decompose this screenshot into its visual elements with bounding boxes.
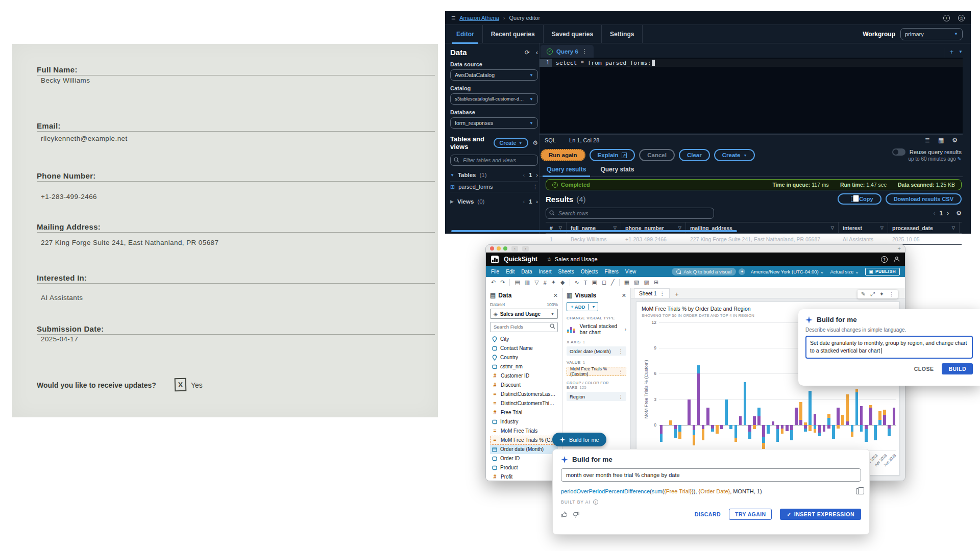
tab-editor[interactable]: Editor	[448, 25, 483, 43]
image-icon[interactable]: ▣	[592, 279, 597, 286]
field-item-free-trial[interactable]: #Free Trial	[490, 408, 558, 417]
clear-button[interactable]: Clear	[679, 149, 710, 161]
help-icon[interactable]: ?	[881, 256, 888, 263]
tab-settings[interactable]: Settings	[602, 25, 643, 43]
query-tab[interactable]: ✓ Query 6 ⋮	[541, 45, 594, 58]
views-group-row[interactable]: ▶ Views (0) ‹1›	[450, 195, 538, 208]
user-icon[interactable]	[894, 256, 900, 262]
table-item-parsed-forms[interactable]: ⊞ parsed_forms ⋮	[450, 181, 538, 192]
discard-button[interactable]: DISCARD	[695, 511, 721, 517]
insight-icon[interactable]: ✦	[551, 279, 556, 286]
cancel-button[interactable]: Cancel	[639, 149, 675, 161]
close-button[interactable]: CLOSE	[914, 366, 934, 372]
tab-recent-queries[interactable]: Recent queries	[483, 25, 544, 43]
close-window-icon[interactable]	[490, 246, 494, 251]
catalog-select[interactable]: s3tablescatalog/all-customer-data-v11 ▼	[450, 93, 538, 105]
table-row[interactable]: 1Becky Williams+1-283-499-2466227 King F…	[546, 234, 962, 245]
forward-icon[interactable]: ›	[522, 246, 529, 252]
page-prev-icon[interactable]: ‹	[523, 198, 525, 205]
filter-icon[interactable]: ▽	[675, 226, 681, 230]
new-tab-icon[interactable]: +	[898, 245, 901, 252]
kebab-menu-icon[interactable]: ⋮	[618, 369, 623, 374]
ask-q-button[interactable]: Ask Q to build a visual	[672, 268, 736, 276]
fullscreen-icon[interactable]: ⊞	[654, 279, 658, 286]
line-icon[interactable]: ∿	[575, 279, 579, 286]
expression-prompt-input[interactable]	[561, 468, 861, 482]
kebab-menu-icon[interactable]: ⋮	[619, 394, 624, 399]
page-prev-icon[interactable]: ‹	[934, 210, 936, 217]
explain-button[interactable]: Explain↗	[590, 149, 635, 161]
q-assistant-icon[interactable]: ✦	[739, 268, 745, 275]
notifications-icon[interactable]: ◷	[958, 15, 965, 21]
field-item-product[interactable]: Product	[490, 463, 558, 472]
database-select[interactable]: form_responses ▼	[450, 117, 538, 129]
column-header-interest[interactable]: interest▽	[839, 222, 888, 233]
layout-rows-icon[interactable]: ▧	[634, 279, 639, 286]
field-item-city[interactable]: City	[490, 335, 558, 344]
publish-button[interactable]: ▣PUBLISH	[865, 268, 900, 276]
field-item-profit[interactable]: #Profit	[490, 472, 558, 482]
redo-icon[interactable]: ↷	[500, 279, 505, 286]
window-title-bar[interactable]: ‹ › +	[486, 245, 905, 253]
timezone-select[interactable]: America/New York (UTC-04:00) ⌄	[751, 269, 824, 274]
field-item-discount[interactable]: #Discount	[490, 381, 558, 390]
try-again-button[interactable]: TRY AGAIN	[729, 509, 772, 520]
tab-query-stats[interactable]: Query stats	[593, 164, 641, 177]
tab-sheet-1[interactable]: Sheet 1 ⋮	[634, 288, 670, 298]
filter-icon[interactable]: ▽	[828, 226, 834, 230]
kebab-menu-icon[interactable]: ⋮	[659, 291, 665, 296]
new-query-icon[interactable]: +	[949, 48, 953, 56]
minimize-window-icon[interactable]	[497, 246, 501, 251]
menu-filters[interactable]: Filters	[605, 269, 619, 274]
maximize-window-icon[interactable]	[503, 246, 507, 251]
tables-group-row[interactable]: ▼ Tables (1) ‹1›	[450, 169, 538, 181]
reuse-results-toggle[interactable]	[892, 148, 905, 156]
build-button[interactable]: BUILD	[942, 363, 973, 374]
dataset-select[interactable]: ◈ Sales and Usage ▼	[490, 309, 558, 319]
field-item-country[interactable]: Country	[490, 353, 558, 362]
filter-icon[interactable]: ▽	[556, 226, 562, 230]
divider-icon[interactable]: ╱	[611, 279, 615, 286]
field-item-distinctcustomersthisyear[interactable]: =DistinctCustomersThisYear	[490, 399, 558, 408]
theme-icon[interactable]: ◆	[560, 279, 565, 286]
collapse-panel-icon[interactable]: ‹	[536, 49, 538, 56]
field-item-distinctcustomerslastyear[interactable]: =DistinctCustomersLastYear	[490, 390, 558, 399]
close-icon[interactable]: ✕	[553, 292, 558, 299]
menu-view[interactable]: View	[625, 269, 636, 274]
sql-editor[interactable]: 1 select * from parsed_forms;	[540, 58, 963, 133]
page-next-icon[interactable]: ›	[536, 172, 538, 178]
undo-icon[interactable]: ↶	[491, 279, 496, 286]
menu-edit[interactable]: Edit	[506, 269, 514, 274]
workgroup-select[interactable]: primary ▼	[900, 28, 963, 40]
menu-sheets[interactable]: Sheets	[558, 269, 574, 274]
table-settings-icon[interactable]: ⚙	[956, 210, 962, 217]
field-item-mom-free-trials[interactable]: =MoM Free Trials	[490, 427, 558, 436]
menu-data[interactable]: Data	[521, 269, 532, 274]
kebab-menu-icon[interactable]: ⋮	[619, 348, 624, 354]
visual-type-row[interactable]: Vertical stacked bar chart ›	[567, 323, 626, 335]
tab-query-results[interactable]: Query results	[540, 164, 593, 177]
text-icon[interactable]: T	[584, 280, 587, 286]
visual-icon[interactable]: ▥	[525, 279, 530, 286]
field-item-cstmr-nm[interactable]: cstmr_nm	[490, 362, 558, 371]
edit-icon[interactable]: ✎	[958, 156, 962, 162]
filter-tables-input[interactable]	[450, 155, 538, 166]
layout-columns-icon[interactable]: ▦	[624, 279, 629, 286]
filter-icon[interactable]: ▽	[877, 226, 884, 230]
settings-icon[interactable]: ⚙	[952, 137, 958, 144]
insights-icon[interactable]: ✦	[879, 291, 884, 297]
layout-grid-icon[interactable]: ▨	[644, 279, 649, 286]
gear-icon[interactable]: ⚙	[532, 139, 538, 146]
thumbs-up-icon[interactable]	[561, 511, 568, 518]
field-item-contact-name[interactable]: Contact Name	[490, 344, 558, 353]
page-next-icon[interactable]: ›	[947, 210, 949, 217]
field-item-customer-id[interactable]: #Customer ID	[490, 371, 558, 381]
field-item-mom-free-trials-custom-[interactable]: =MoM Free Trials % (Custom)	[490, 436, 558, 445]
x-axis-field-pill[interactable]: Order date (Month)⋮	[567, 346, 626, 356]
expand-icon[interactable]: ⤢	[870, 291, 875, 297]
copy-icon[interactable]	[856, 488, 861, 494]
filter-icon[interactable]: ▽	[949, 226, 955, 230]
thumbs-down-icon[interactable]	[573, 511, 579, 518]
field-item-order-id[interactable]: Order ID	[490, 454, 558, 463]
download-csv-button[interactable]: Download results CSV	[886, 193, 962, 205]
